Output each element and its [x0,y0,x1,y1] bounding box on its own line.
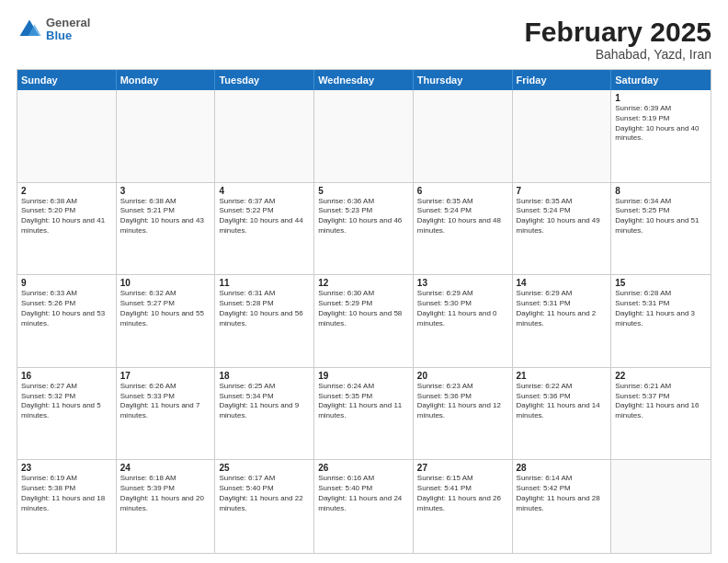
calendar-week: 2Sunrise: 6:38 AMSunset: 5:20 PMDaylight… [17,183,711,276]
day-number: 13 [417,278,508,288]
calendar-cell: 4Sunrise: 6:37 AMSunset: 5:22 PMDaylight… [215,183,314,275]
day-info: Sunrise: 6:23 AMSunset: 5:36 PMDaylight:… [417,382,508,421]
calendar-page: General Blue February 2025 Bahabad, Yazd… [0,0,728,563]
day-info: Sunrise: 6:28 AMSunset: 5:31 PMDaylight:… [615,289,707,328]
calendar-cell: 7Sunrise: 6:35 AMSunset: 5:24 PMDaylight… [513,183,612,275]
calendar-cell: 2Sunrise: 6:38 AMSunset: 5:20 PMDaylight… [17,183,117,275]
calendar-cell [314,90,414,182]
day-number: 14 [517,278,608,288]
weekday-header: Sunday [17,70,117,90]
weekday-header: Monday [117,70,216,90]
day-info: Sunrise: 6:22 AMSunset: 5:36 PMDaylight:… [517,382,608,421]
calendar-cell [611,460,711,553]
day-info: Sunrise: 6:36 AMSunset: 5:23 PMDaylight:… [318,197,409,236]
calendar-cell: 8Sunrise: 6:34 AMSunset: 5:25 PMDaylight… [611,183,711,275]
day-number: 12 [318,278,409,288]
day-info: Sunrise: 6:38 AMSunset: 5:21 PMDaylight:… [120,197,211,236]
logo-blue: Blue [46,29,90,42]
day-info: Sunrise: 6:17 AMSunset: 5:40 PMDaylight:… [219,474,310,513]
calendar-cell: 10Sunrise: 6:32 AMSunset: 5:27 PMDayligh… [117,275,216,367]
day-info: Sunrise: 6:39 AMSunset: 5:19 PMDaylight:… [615,104,707,144]
calendar-cell: 23Sunrise: 6:19 AMSunset: 5:38 PMDayligh… [17,460,117,553]
calendar-cell: 26Sunrise: 6:16 AMSunset: 5:40 PMDayligh… [314,460,414,553]
calendar: SundayMondayTuesdayWednesdayThursdayFrid… [17,69,711,554]
calendar-cell: 11Sunrise: 6:31 AMSunset: 5:28 PMDayligh… [215,275,314,367]
calendar-cell: 22Sunrise: 6:21 AMSunset: 5:37 PMDayligh… [611,368,711,460]
day-info: Sunrise: 6:29 AMSunset: 5:31 PMDaylight:… [517,289,608,328]
day-info: Sunrise: 6:31 AMSunset: 5:28 PMDaylight:… [219,289,310,328]
calendar-week: 9Sunrise: 6:33 AMSunset: 5:26 PMDaylight… [17,275,711,368]
calendar-cell: 24Sunrise: 6:18 AMSunset: 5:39 PMDayligh… [117,460,216,553]
day-number: 22 [615,371,707,381]
day-info: Sunrise: 6:24 AMSunset: 5:35 PMDaylight:… [318,382,409,421]
weekday-header: Friday [513,70,612,90]
calendar-cell: 18Sunrise: 6:25 AMSunset: 5:34 PMDayligh… [215,368,314,460]
day-number: 8 [615,186,707,196]
day-number: 9 [21,278,112,288]
day-number: 16 [21,371,112,381]
calendar-cell: 28Sunrise: 6:14 AMSunset: 5:42 PMDayligh… [513,460,612,553]
day-number: 3 [120,186,211,196]
calendar-cell: 3Sunrise: 6:38 AMSunset: 5:21 PMDaylight… [117,183,216,275]
day-number: 26 [318,463,409,473]
calendar-week: 1Sunrise: 6:39 AMSunset: 5:19 PMDaylight… [17,90,711,183]
day-info: Sunrise: 6:25 AMSunset: 5:34 PMDaylight:… [219,382,310,421]
calendar-cell: 25Sunrise: 6:17 AMSunset: 5:40 PMDayligh… [215,460,314,553]
day-info: Sunrise: 6:16 AMSunset: 5:40 PMDaylight:… [318,474,409,513]
weekday-header: Thursday [414,70,513,90]
calendar-cell: 12Sunrise: 6:30 AMSunset: 5:29 PMDayligh… [314,275,414,367]
day-info: Sunrise: 6:34 AMSunset: 5:25 PMDaylight:… [615,197,707,236]
calendar-title: February 2025 [525,17,711,47]
day-info: Sunrise: 6:14 AMSunset: 5:42 PMDaylight:… [517,474,608,513]
calendar-cell: 5Sunrise: 6:36 AMSunset: 5:23 PMDaylight… [314,183,414,275]
day-number: 7 [517,186,608,196]
day-number: 17 [120,371,211,381]
day-info: Sunrise: 6:26 AMSunset: 5:33 PMDaylight:… [120,382,211,421]
day-number: 18 [219,371,310,381]
calendar-cell: 20Sunrise: 6:23 AMSunset: 5:36 PMDayligh… [414,368,513,460]
logo: General Blue [17,17,90,43]
day-number: 24 [120,463,211,473]
day-number: 21 [517,371,608,381]
day-number: 28 [517,463,608,473]
calendar-cell: 27Sunrise: 6:15 AMSunset: 5:41 PMDayligh… [414,460,513,553]
day-info: Sunrise: 6:18 AMSunset: 5:39 PMDaylight:… [120,474,211,513]
calendar-cell: 16Sunrise: 6:27 AMSunset: 5:32 PMDayligh… [17,368,117,460]
calendar-header: SundayMondayTuesdayWednesdayThursdayFrid… [17,70,711,90]
day-number: 25 [219,463,310,473]
logo-icon [17,17,42,42]
day-number: 19 [318,371,409,381]
day-info: Sunrise: 6:32 AMSunset: 5:27 PMDaylight:… [120,289,211,328]
day-number: 10 [120,278,211,288]
day-number: 23 [21,463,112,473]
logo-general: General [46,17,90,29]
calendar-cell: 9Sunrise: 6:33 AMSunset: 5:26 PMDaylight… [17,275,117,367]
title-block: February 2025 Bahabad, Yazd, Iran [525,17,711,62]
day-info: Sunrise: 6:37 AMSunset: 5:22 PMDaylight:… [219,197,310,236]
calendar-cell: 19Sunrise: 6:24 AMSunset: 5:35 PMDayligh… [314,368,414,460]
day-number: 15 [615,278,707,288]
day-info: Sunrise: 6:27 AMSunset: 5:32 PMDaylight:… [21,382,112,421]
day-info: Sunrise: 6:29 AMSunset: 5:30 PMDaylight:… [417,289,508,328]
calendar-cell [215,90,314,182]
calendar-cell [513,90,612,182]
calendar-week: 16Sunrise: 6:27 AMSunset: 5:32 PMDayligh… [17,368,711,461]
day-number: 11 [219,278,310,288]
day-number: 5 [318,186,409,196]
calendar-cell: 15Sunrise: 6:28 AMSunset: 5:31 PMDayligh… [611,275,711,367]
logo-text: General Blue [46,17,90,43]
day-info: Sunrise: 6:35 AMSunset: 5:24 PMDaylight:… [517,197,608,236]
day-info: Sunrise: 6:19 AMSunset: 5:38 PMDaylight:… [21,474,112,513]
calendar-body: 1Sunrise: 6:39 AMSunset: 5:19 PMDaylight… [17,90,711,553]
day-info: Sunrise: 6:15 AMSunset: 5:41 PMDaylight:… [417,474,508,513]
day-info: Sunrise: 6:35 AMSunset: 5:24 PMDaylight:… [417,197,508,236]
day-info: Sunrise: 6:21 AMSunset: 5:37 PMDaylight:… [615,382,707,421]
day-number: 1 [615,93,707,103]
calendar-cell [117,90,216,182]
calendar-cell [17,90,117,182]
calendar-cell: 17Sunrise: 6:26 AMSunset: 5:33 PMDayligh… [117,368,216,460]
day-number: 4 [219,186,310,196]
calendar-subtitle: Bahabad, Yazd, Iran [525,47,711,62]
calendar-cell: 6Sunrise: 6:35 AMSunset: 5:24 PMDaylight… [414,183,513,275]
calendar-cell: 14Sunrise: 6:29 AMSunset: 5:31 PMDayligh… [513,275,612,367]
